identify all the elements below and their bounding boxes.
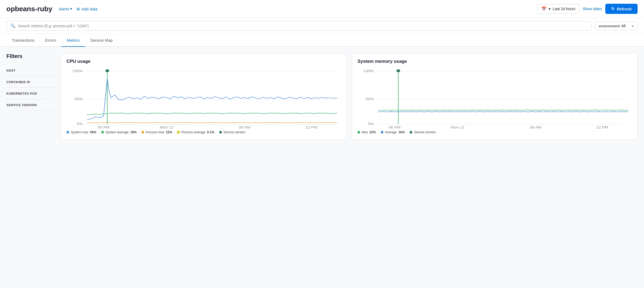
cpu-usage-card: CPU usage 100% 50% 0% 06 PM Mon 12 0 [61, 53, 347, 140]
tab-metrics[interactable]: Metrics [61, 34, 85, 47]
svg-text:50%: 50% [75, 97, 83, 101]
header-right: 📅 ▾ Last 24 hours Show dates ↻ Refresh [537, 4, 638, 14]
svg-text:06 PM: 06 PM [98, 126, 109, 129]
legend-service-version-cpu: Service version [219, 130, 245, 134]
chevron-down-icon: ▾ [70, 6, 72, 11]
legend-dot-memory-avg [381, 131, 383, 134]
search-icon: 🔍 [10, 24, 15, 28]
alerts-label: Alerts [59, 7, 69, 11]
legend-label-process-avg: Process average [181, 130, 205, 134]
time-range-label: Last 24 hours [553, 7, 575, 11]
tab-errors[interactable]: Errors [40, 34, 61, 47]
alerts-button[interactable]: Alerts ▾ [59, 6, 72, 11]
header: opbeans-ruby Alerts ▾ ⊕ Add data 📅 ▾ Las… [0, 0, 644, 18]
legend-value-memory-max: 22% [370, 130, 376, 134]
svg-text:0%: 0% [368, 122, 374, 126]
svg-text:0%: 0% [77, 122, 83, 126]
tab-transactions[interactable]: Transactions [6, 34, 40, 47]
time-range-picker[interactable]: 📅 ▾ Last 24 hours [537, 4, 579, 14]
svg-point-23 [396, 69, 400, 72]
cpu-legend: System max 56% System average 18% Proces… [66, 130, 341, 134]
env-value: All [621, 24, 626, 28]
legend-dot-system-avg [101, 131, 104, 134]
filter-service-version[interactable]: SERVICE VERSION [6, 99, 54, 111]
filters-title: Filters [6, 53, 54, 59]
env-label: environment [599, 24, 620, 28]
legend-label-service-version-cpu: Service version [223, 130, 245, 134]
refresh-icon: ↻ [611, 6, 615, 11]
cpu-chart-title: CPU usage [66, 59, 341, 64]
memory-chart-area: 100% 50% 0% 06 PM Mon 12 06 AM 12 PM [358, 68, 632, 127]
plus-circle-icon: ⊕ [76, 6, 80, 11]
cpu-chart-svg: 100% 50% 0% 06 PM Mon 12 06 AM 12 PM [66, 68, 341, 127]
environment-dropdown[interactable]: environment All ▾ [595, 21, 638, 30]
svg-text:100%: 100% [363, 69, 374, 73]
svg-text:Mon 12: Mon 12 [451, 126, 465, 129]
filter-container-id-label: CONTAINER ID [6, 80, 30, 84]
main-content: Filters HOST CONTAINER ID KUBERNETES POD… [0, 47, 644, 146]
svg-text:50%: 50% [366, 97, 374, 101]
charts-grid: CPU usage 100% 50% 0% 06 PM Mon 12 0 [61, 53, 638, 140]
memory-chart-svg: 100% 50% 0% 06 PM Mon 12 06 AM 12 PM [358, 68, 632, 127]
filters-sidebar: Filters HOST CONTAINER ID KUBERNETES POD… [6, 53, 54, 140]
legend-dot-service-version-memory [410, 131, 412, 134]
filter-container-id[interactable]: CONTAINER ID [6, 76, 54, 88]
chevron-down-icon: ▾ [632, 24, 634, 28]
legend-label-memory-avg: Average [385, 130, 397, 134]
tabs-bar: Transactions Errors Metrics Service Map [0, 34, 644, 47]
svg-text:12 PM: 12 PM [596, 126, 608, 129]
memory-usage-card: System memory usage 100% 50% 0% 06 PM Mo… [352, 53, 638, 140]
legend-memory-avg: Average 16% [381, 130, 405, 134]
legend-label-system-max: System max [71, 130, 88, 134]
calendar-icon: 📅 [541, 6, 547, 11]
search-input-wrap[interactable]: 🔍 [6, 21, 592, 31]
legend-process-max: Process max 15% [142, 130, 172, 134]
filter-host[interactable]: HOST [6, 65, 54, 76]
cpu-chart-area: 100% 50% 0% 06 PM Mon 12 06 AM 12 PM [66, 68, 341, 127]
legend-value-process-max: 15% [166, 130, 172, 134]
add-data-button[interactable]: ⊕ Add data [76, 6, 97, 11]
app-title: opbeans-ruby [6, 5, 52, 13]
legend-value-system-avg: 18% [130, 130, 137, 134]
legend-dot-service-version-cpu [219, 131, 222, 134]
legend-value-memory-avg: 16% [398, 130, 405, 134]
filter-host-label: HOST [6, 69, 15, 72]
legend-service-version-memory: Service version [410, 130, 436, 134]
refresh-button[interactable]: ↻ Refresh [605, 4, 638, 14]
legend-label-system-avg: System average [105, 130, 129, 134]
filter-kubernetes-pod-label: KUBERNETES POD [6, 92, 37, 95]
legend-dot-process-max [142, 131, 144, 134]
svg-text:06 AM: 06 AM [530, 126, 541, 129]
svg-text:06 PM: 06 PM [389, 126, 400, 129]
legend-value-process-avg: 0.1% [207, 130, 214, 134]
show-dates-button[interactable]: Show dates [583, 7, 602, 11]
svg-point-11 [105, 69, 109, 72]
search-input[interactable] [18, 24, 588, 28]
filter-service-version-label: SERVICE VERSION [6, 103, 37, 107]
legend-label-service-version-memory: Service version [414, 130, 436, 134]
svg-text:06 AM: 06 AM [239, 126, 250, 129]
legend-value-system-max: 56% [90, 130, 96, 134]
svg-text:12 PM: 12 PM [305, 126, 317, 129]
svg-text:Mon 12: Mon 12 [160, 126, 174, 129]
filter-kubernetes-pod[interactable]: KUBERNETES POD [6, 88, 54, 99]
search-bar: 🔍 environment All ▾ [0, 18, 644, 34]
legend-dot-system-max [66, 131, 69, 134]
legend-process-avg: Process average 0.1% [177, 130, 214, 134]
legend-label-process-max: Process max [146, 130, 164, 134]
tab-service-map[interactable]: Service Map [85, 34, 118, 47]
legend-dot-process-avg [177, 131, 180, 134]
memory-legend: Max 22% Average 16% Service version [358, 130, 632, 134]
legend-system-max: System max 56% [66, 130, 96, 134]
refresh-label: Refresh [617, 7, 632, 11]
memory-chart-title: System memory usage [358, 59, 632, 64]
legend-dot-memory-max [358, 131, 360, 134]
chevron-down-icon: ▾ [549, 7, 551, 11]
legend-memory-max: Max 22% [358, 130, 376, 134]
legend-system-avg: System average 18% [101, 130, 137, 134]
legend-label-memory-max: Max [362, 130, 368, 134]
add-data-label: Add data [81, 7, 97, 11]
svg-text:100%: 100% [72, 69, 83, 73]
